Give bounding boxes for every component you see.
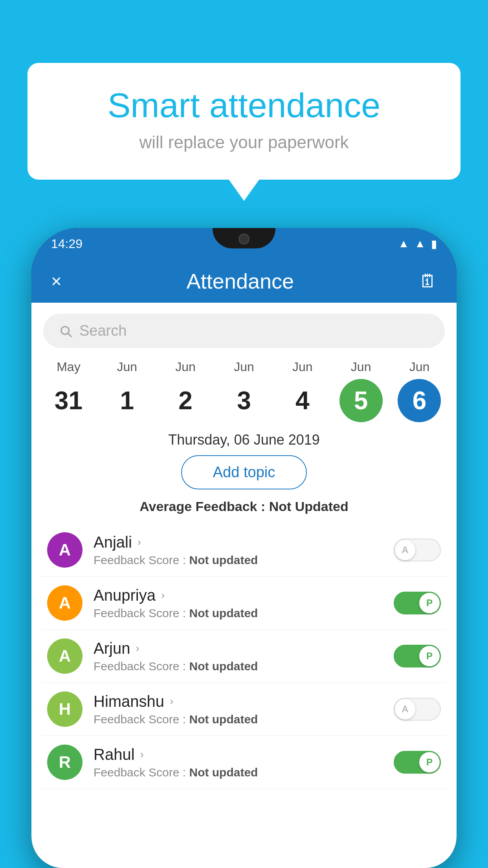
phone-frame: 14:29 ▲ ▲ ▮ × Attendance 🗓 Search May31J… <box>31 228 457 868</box>
calendar-strip: May31Jun1Jun2Jun3Jun4Jun5Jun6 <box>31 356 457 422</box>
cal-month-label: May <box>57 360 80 374</box>
student-avatar: A <box>47 638 83 674</box>
cal-day-number[interactable]: 4 <box>281 379 324 422</box>
calendar-day[interactable]: Jun4 <box>275 360 330 422</box>
calendar-day[interactable]: Jun3 <box>216 360 272 422</box>
battery-icon: ▮ <box>431 237 437 250</box>
student-score: Feedback Score : Not updated <box>94 766 383 779</box>
speech-bubble: Smart attendance will replace your paper… <box>28 63 460 180</box>
toggle-knob: A <box>395 699 415 719</box>
chevron-right-icon: › <box>138 536 141 548</box>
student-name: Himanshu › <box>94 693 383 710</box>
student-score: Feedback Score : Not updated <box>94 713 383 726</box>
student-info: Anjali ›Feedback Score : Not updated <box>94 533 383 567</box>
add-topic-button[interactable]: Add topic <box>181 455 307 489</box>
cal-day-number[interactable]: 5 <box>339 379 383 422</box>
cal-day-number[interactable]: 2 <box>164 379 207 422</box>
status-icons: ▲ ▲ ▮ <box>398 237 437 250</box>
student-info: Himanshu ›Feedback Score : Not updated <box>94 693 383 726</box>
app-title: Attendance <box>187 269 294 293</box>
student-avatar: A <box>47 585 83 621</box>
bubble-title: Smart attendance <box>59 86 429 125</box>
phone-notch <box>213 228 275 248</box>
calendar-day[interactable]: Jun5 <box>334 360 389 422</box>
student-avatar: A <box>47 532 83 568</box>
chevron-right-icon: › <box>170 695 173 708</box>
calendar-day[interactable]: May31 <box>41 360 96 422</box>
search-placeholder: Search <box>79 322 127 339</box>
toggle-knob: P <box>419 593 440 613</box>
calendar-day[interactable]: Jun2 <box>158 360 213 422</box>
toggle-knob: A <box>395 540 415 560</box>
student-score: Feedback Score : Not updated <box>94 607 383 620</box>
student-score: Feedback Score : Not updated <box>94 554 383 567</box>
cal-month-label: Jun <box>351 360 371 374</box>
wifi-icon: ▲ <box>398 237 409 250</box>
bubble-subtitle: will replace your paperwork <box>59 132 429 152</box>
app-header: × Attendance 🗓 <box>31 259 457 303</box>
signal-icon: ▲ <box>415 237 426 250</box>
cal-month-label: Jun <box>292 360 313 374</box>
student-item[interactable]: RRahul ›Feedback Score : Not updatedP <box>41 736 447 789</box>
student-list: AAnjali ›Feedback Score : Not updatedAAA… <box>31 524 457 789</box>
cal-day-number[interactable]: 1 <box>105 379 149 422</box>
svg-line-1 <box>68 333 71 337</box>
avg-feedback-value: Not Updated <box>269 499 349 514</box>
attendance-toggle[interactable]: P <box>394 751 441 774</box>
front-camera <box>238 234 250 245</box>
avg-feedback-label: Average Feedback : <box>139 499 265 514</box>
student-score: Feedback Score : Not updated <box>94 660 383 673</box>
phone-screen: Search May31Jun1Jun2Jun3Jun4Jun5Jun6 Thu… <box>31 303 457 868</box>
calendar-icon[interactable]: 🗓 <box>419 270 437 292</box>
student-info: Anupriya ›Feedback Score : Not updated <box>94 587 383 620</box>
calendar-day[interactable]: Jun6 <box>392 360 447 422</box>
attendance-toggle[interactable]: P <box>394 592 441 614</box>
cal-month-label: Jun <box>175 360 196 374</box>
student-name: Rahul › <box>94 746 383 763</box>
search-bar[interactable]: Search <box>43 314 445 348</box>
student-item[interactable]: HHimanshu ›Feedback Score : Not updatedA <box>41 683 447 736</box>
student-avatar: R <box>47 745 83 780</box>
average-feedback: Average Feedback : Not Updated <box>31 499 457 514</box>
attendance-toggle[interactable]: A <box>394 698 441 721</box>
student-item[interactable]: AArjun ›Feedback Score : Not updatedP <box>41 630 447 683</box>
student-info: Rahul ›Feedback Score : Not updated <box>94 746 383 779</box>
chevron-right-icon: › <box>140 748 144 761</box>
toggle-knob: P <box>419 646 440 666</box>
student-name: Anjali › <box>94 533 383 551</box>
selected-date-label: Thursday, 06 June 2019 <box>31 432 457 448</box>
cal-day-number[interactable]: 3 <box>222 379 266 422</box>
student-avatar: H <box>47 691 83 727</box>
student-item[interactable]: AAnupriya ›Feedback Score : Not updatedP <box>41 577 447 630</box>
attendance-toggle[interactable]: P <box>394 645 441 668</box>
close-button[interactable]: × <box>51 270 62 292</box>
cal-month-label: Jun <box>234 360 254 374</box>
calendar-day[interactable]: Jun1 <box>99 360 154 422</box>
student-name: Arjun › <box>94 640 383 657</box>
cal-day-number[interactable]: 6 <box>398 379 441 422</box>
student-name: Anupriya › <box>94 587 383 604</box>
chevron-right-icon: › <box>161 589 165 601</box>
status-time: 14:29 <box>51 237 83 251</box>
search-icon <box>59 324 72 338</box>
cal-month-label: Jun <box>117 360 137 374</box>
student-item[interactable]: AAnjali ›Feedback Score : Not updatedA <box>41 524 447 577</box>
attendance-toggle[interactable]: A <box>394 539 441 561</box>
cal-month-label: Jun <box>409 360 430 374</box>
student-info: Arjun ›Feedback Score : Not updated <box>94 640 383 673</box>
chevron-right-icon: › <box>136 642 139 655</box>
cal-day-number[interactable]: 31 <box>47 379 90 422</box>
toggle-knob: P <box>419 752 440 772</box>
